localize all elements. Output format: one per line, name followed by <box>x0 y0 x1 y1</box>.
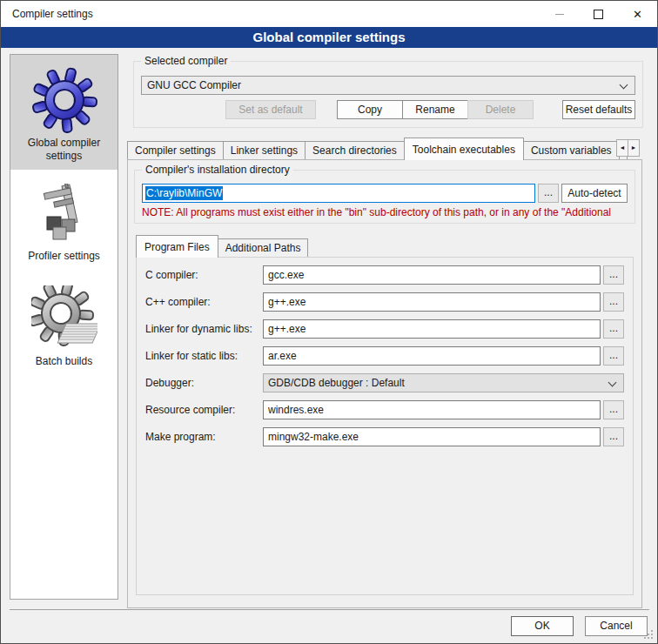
field-label: C compiler: <box>145 269 263 281</box>
static-linker-input[interactable]: ar.exe <box>263 346 601 366</box>
cancel-button[interactable]: Cancel <box>585 616 648 636</box>
footer-buttons: OK Cancel <box>511 616 648 636</box>
tab-scroll-buttons: ◄ ► <box>617 139 640 157</box>
tab-custom-variables[interactable]: Custom variables <box>523 141 620 159</box>
gear-icon <box>31 67 97 133</box>
debugger-combobox-value: GDB/CDB debugger : Default <box>268 377 405 389</box>
rename-button[interactable]: Rename <box>402 100 468 119</box>
titlebar: Compiler settings ✕ <box>1 1 657 27</box>
browse-button[interactable]: ... <box>603 346 624 366</box>
close-button[interactable]: ✕ <box>618 1 657 27</box>
field-row-resource-compiler: Resource compiler: windres.exe ... <box>145 400 624 419</box>
field-label: Linker for static libs: <box>145 350 263 362</box>
group-label: Selected compiler <box>141 55 231 68</box>
tab-toolchain-executables[interactable]: Toolchain executables <box>404 138 524 160</box>
auto-detect-button[interactable]: Auto-detect <box>561 184 628 203</box>
reset-defaults-button[interactable]: Reset defaults <box>562 100 635 119</box>
cpp-compiler-input[interactable]: g++.exe <box>263 292 601 312</box>
dialog-content: Global compiler settings Profiler settin… <box>1 48 657 643</box>
browse-button[interactable]: ... <box>603 400 624 419</box>
browse-button[interactable]: ... <box>603 265 624 285</box>
browse-button[interactable]: ... <box>603 319 624 339</box>
copy-button[interactable]: Copy <box>337 100 403 119</box>
settings-tabstrip: Compiler settings Linker settings Search… <box>127 136 649 159</box>
main-panel: Selected compiler GNU GCC Compiler Set a… <box>127 53 649 608</box>
compiler-buttons-row: Set as default Copy Rename Delete Reset … <box>141 100 635 119</box>
maximize-button[interactable] <box>579 1 618 27</box>
browse-directory-button[interactable]: ... <box>538 184 559 203</box>
resource-compiler-input[interactable]: windres.exe <box>263 400 601 419</box>
minimize-button <box>540 1 579 27</box>
batch-gear-icon <box>31 285 97 352</box>
compiler-combobox[interactable]: GNU GCC Compiler <box>141 76 635 95</box>
selected-text: C:\raylib\MinGW <box>145 186 223 200</box>
browse-button[interactable]: ... <box>603 427 624 446</box>
field-label: Debugger: <box>145 377 263 389</box>
tab-scroll-right-icon[interactable]: ► <box>628 139 640 157</box>
tab-scroll-left-icon[interactable]: ◄ <box>616 139 628 157</box>
installation-directory-input[interactable]: C:\raylib\MinGW <box>142 184 535 203</box>
sidebar-item-label: Batch builds <box>36 355 92 367</box>
page-title: Global compiler settings <box>1 27 657 48</box>
field-label: Make program: <box>145 431 263 443</box>
field-row-dynamic-linker: Linker for dynamic libs: g++.exe ... <box>145 319 624 339</box>
note-text: NOTE: All programs must exist either in … <box>142 206 628 218</box>
minimize-icon <box>555 14 564 15</box>
sidebar-item-profiler-settings[interactable]: Profiler settings <box>10 170 118 270</box>
compiler-settings-dialog: Compiler settings ✕ Global compiler sett… <box>0 0 658 644</box>
program-files-panel: C compiler: gcc.exe ... C++ compiler: g+… <box>136 257 634 595</box>
tab-additional-paths[interactable]: Additional Paths <box>218 238 309 257</box>
field-row-debugger: Debugger: GDB/CDB debugger : Default <box>145 373 624 392</box>
installation-directory-group: Compiler's installation directory C:\ray… <box>134 170 635 224</box>
footer-separator <box>10 609 649 610</box>
compiler-combobox-value: GNU GCC Compiler <box>147 79 241 91</box>
make-program-input[interactable]: mingw32-make.exe <box>263 427 601 446</box>
field-row-cpp-compiler: C++ compiler: g++.exe ... <box>145 292 624 312</box>
sidebar-item-label: Global compiler settings <box>28 137 100 162</box>
chevron-down-icon <box>620 81 628 90</box>
ok-button[interactable]: OK <box>511 616 574 636</box>
tab-compiler-settings[interactable]: Compiler settings <box>127 141 224 159</box>
debugger-combobox[interactable]: GDB/CDB debugger : Default <box>263 373 624 392</box>
program-files-tabstrip: Program Files Additional Paths <box>136 234 635 257</box>
field-row-c-compiler: C compiler: gcc.exe ... <box>145 265 624 285</box>
chevron-down-icon <box>608 379 617 387</box>
settings-category-list: Global compiler settings Profiler settin… <box>10 54 118 600</box>
browse-button[interactable]: ... <box>603 292 624 312</box>
field-row-static-linker: Linker for static libs: ar.exe ... <box>145 346 624 366</box>
dynamic-linker-input[interactable]: g++.exe <box>263 319 601 339</box>
window-title: Compiler settings <box>1 1 540 27</box>
directory-row: C:\raylib\MinGW ... Auto-detect <box>142 184 628 203</box>
sidebar-item-label: Profiler settings <box>28 250 100 262</box>
delete-button: Delete <box>467 100 534 119</box>
group-label: Compiler's installation directory <box>142 164 293 177</box>
resize-grip[interactable] <box>648 634 649 635</box>
field-label: Resource compiler: <box>145 404 263 416</box>
tab-linker-settings[interactable]: Linker settings <box>223 141 306 159</box>
set-as-default-button: Set as default <box>225 100 316 119</box>
field-label: C++ compiler: <box>145 296 263 308</box>
caliper-icon <box>33 184 96 246</box>
selected-compiler-group: Selected compiler GNU GCC Compiler Set a… <box>133 61 643 128</box>
field-label: Linker for dynamic libs: <box>145 323 263 335</box>
tab-program-files[interactable]: Program Files <box>136 235 218 258</box>
sidebar-item-global-compiler-settings[interactable]: Global compiler settings <box>10 55 118 170</box>
tab-search-directories[interactable]: Search directories <box>305 141 405 159</box>
sidebar-item-batch-builds[interactable]: Batch builds <box>10 270 118 375</box>
close-icon: ✕ <box>633 8 642 21</box>
c-compiler-input[interactable]: gcc.exe <box>263 265 601 285</box>
field-row-make-program: Make program: mingw32-make.exe ... <box>145 427 624 446</box>
toolchain-executables-panel: Compiler's installation directory C:\ray… <box>127 159 642 608</box>
maximize-icon <box>594 10 603 19</box>
